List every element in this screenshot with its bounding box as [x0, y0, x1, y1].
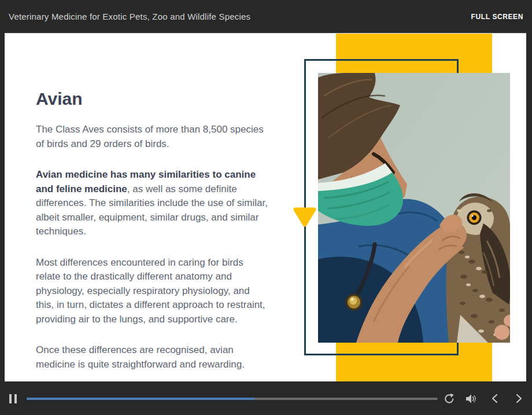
paragraph-species: The Class Aves consists of more than 8,5…	[36, 123, 269, 151]
volume-button[interactable]	[465, 394, 476, 404]
pause-icon	[9, 394, 12, 403]
previous-button[interactable]	[491, 394, 498, 403]
slide: Avian The Class Aves consists of more th…	[5, 33, 526, 381]
paragraph-conclusion: Once these differences are recognised, a…	[36, 343, 269, 372]
top-bar: Veterinary Medicine for Exotic Pets, Zoo…	[0, 0, 532, 33]
pause-icon	[14, 394, 17, 403]
course-player: Veterinary Medicine for Exotic Pets, Zoo…	[0, 0, 532, 415]
progress-bar[interactable]	[27, 398, 438, 400]
progress-fill	[27, 398, 254, 400]
paragraph-differences: Most differences encountered in caring f…	[36, 256, 269, 327]
slide-content: Avian The Class Aves consists of more th…	[36, 89, 269, 372]
fullscreen-button[interactable]: FULL SCREEN	[471, 13, 523, 21]
next-button[interactable]	[515, 394, 523, 403]
chevron-right-icon	[515, 394, 523, 403]
paragraph-similarities: Avian medicine has many similarities to …	[36, 168, 269, 239]
volume-icon	[465, 394, 476, 404]
slide-heading: Avian	[36, 89, 269, 109]
pause-button[interactable]	[9, 394, 17, 403]
chevron-left-icon	[491, 394, 498, 403]
replay-icon	[444, 393, 455, 405]
replay-button[interactable]	[444, 393, 455, 405]
slide-photo	[318, 73, 510, 343]
course-title: Veterinary Medicine for Exotic Pets, Zoo…	[9, 12, 250, 21]
player-bar	[0, 381, 532, 415]
yellow-triangle-pointer	[292, 205, 317, 228]
